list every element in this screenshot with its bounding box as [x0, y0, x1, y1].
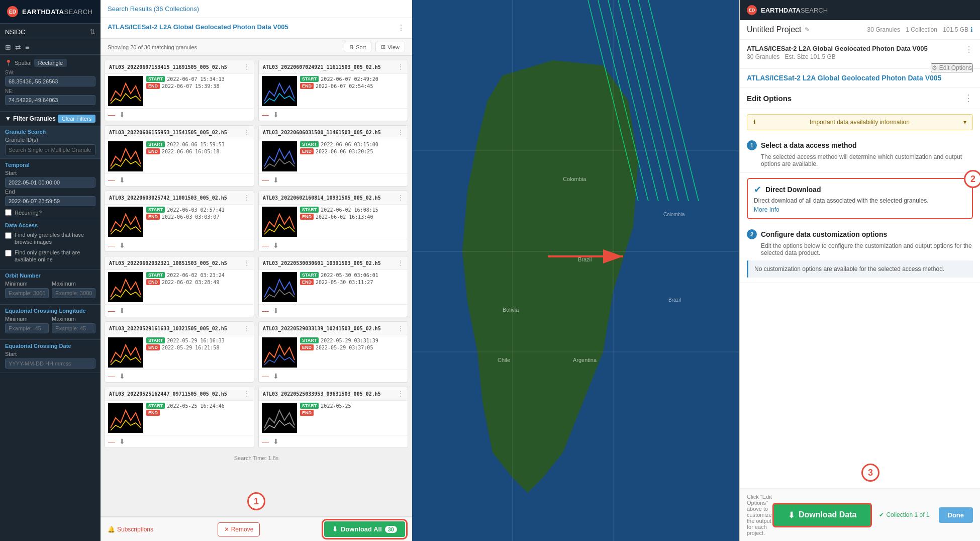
info-banner-expand-icon[interactable]: ▾	[963, 119, 966, 126]
subscriptions-button[interactable]: 🔔 Subscriptions	[108, 526, 153, 533]
right-panel: ED EARTHDATASEARCH Untitled Project ✎ 30…	[739, 0, 980, 541]
granule-menu-icon[interactable]: ⋮	[244, 325, 250, 332]
granule-remove-icon[interactable]: —	[108, 437, 115, 445]
granule-card[interactable]: ATL03_20220603025742_11001503_005_02.h5 …	[105, 191, 254, 252]
available-online-checkbox[interactable]	[5, 250, 12, 256]
granule-card[interactable]: ATL03_20220530030601_10391503_005_02.h5 …	[258, 256, 408, 317]
clear-filters-button[interactable]: Clear Filters	[58, 115, 95, 123]
collection-menu-icon[interactable]: ⋮	[397, 23, 405, 33]
granule-menu-icon[interactable]: ⋮	[398, 194, 404, 201]
eq-max-input[interactable]	[52, 323, 95, 333]
granule-download-icon[interactable]: ⬇	[273, 241, 279, 249]
granule-remove-icon[interactable]: —	[262, 372, 269, 380]
coll-block-menu-icon[interactable]: ⋮	[965, 45, 973, 54]
granule-menu-icon[interactable]: ⋮	[398, 325, 404, 332]
toolbar-swap-icon[interactable]: ⇄	[15, 43, 21, 51]
granule-download-icon[interactable]: ⬇	[119, 176, 125, 184]
change-provider-icon[interactable]: ⇅	[89, 28, 95, 36]
orbit-max-label: Maximum	[52, 281, 95, 287]
granule-card[interactable]: ATL03_20220606031500_11461503_005_02.h5 …	[258, 125, 408, 187]
eq-crossing-title: Equatorial Crossing Longitude	[5, 308, 95, 314]
granule-card[interactable]: ATL03_20220602160814_10931505_005_02.h5 …	[258, 191, 408, 252]
download-all-button[interactable]: ⬇ Download All 30	[324, 521, 405, 537]
done-button[interactable]: Done	[939, 507, 973, 523]
granule-download-icon[interactable]: ⬇	[119, 372, 125, 380]
granule-menu-icon[interactable]: ⋮	[244, 259, 250, 266]
granule-remove-icon[interactable]: —	[108, 111, 115, 119]
granule-menu-icon[interactable]: ⋮	[244, 390, 250, 397]
granule-download-icon[interactable]: ⬇	[273, 372, 279, 380]
granule-menu-icon[interactable]: ⋮	[398, 63, 404, 70]
granule-menu-icon[interactable]: ⋮	[244, 129, 250, 136]
granule-download-icon[interactable]: ⬇	[273, 176, 279, 184]
granule-body: START 2022-06-03 02:57:41 END 2022-06-03…	[105, 205, 254, 239]
toolbar-grid-icon[interactable]: ⊞	[5, 43, 11, 51]
left-sidebar: ED EARTHDATASEARCH NSIDC ⇅ ⊞ ⇄ ≡ 📍 Spati…	[0, 0, 101, 541]
granule-download-icon[interactable]: ⬇	[119, 111, 125, 119]
granule-card[interactable]: ATL03_20220525033953_09631503_005_02.h5 …	[258, 387, 408, 448]
project-edit-icon[interactable]: ✎	[805, 26, 810, 33]
spatial-type-badge[interactable]: Rectangle	[34, 59, 67, 67]
more-info-link[interactable]: More Info	[754, 206, 779, 213]
granule-card[interactable]: ATL03_20220525162447_09711505_005_02.h5 …	[105, 387, 254, 448]
edit-options-button[interactable]: ⚙ Edit Options	[931, 63, 973, 72]
sort-button[interactable]: ⇅ Sort	[344, 42, 371, 52]
granule-download-icon[interactable]: ⬇	[273, 307, 279, 315]
download-data-button[interactable]: ⬇ Download Data	[772, 503, 872, 527]
view-button[interactable]: ⊞ View	[375, 42, 405, 52]
granule-download-icon[interactable]: ⬇	[119, 241, 125, 249]
eq-min-input[interactable]	[5, 323, 49, 333]
granule-menu-icon[interactable]: ⋮	[244, 63, 250, 70]
recurring-checkbox[interactable]	[5, 209, 12, 216]
search-results-link[interactable]: Search Results (36 Collections)	[108, 5, 199, 13]
granule-download-icon[interactable]: ⬇	[119, 307, 125, 315]
granule-download-icon[interactable]: ⬇	[273, 437, 279, 445]
granule-name: ATL03_20220602160814_10931505_005_02.h5	[263, 195, 381, 201]
granule-remove-icon[interactable]: —	[262, 437, 269, 445]
granule-menu-icon[interactable]: ⋮	[398, 129, 404, 136]
granule-card[interactable]: ATL03_20220607024921_11611503_005_02.h5 …	[258, 60, 408, 121]
orbit-max-input[interactable]	[52, 288, 95, 298]
end-badge: END	[300, 410, 314, 416]
granule-remove-icon[interactable]: —	[262, 176, 269, 184]
granule-remove-icon[interactable]: —	[262, 241, 269, 249]
info-icon: ℹ	[970, 26, 973, 33]
more-options-icon[interactable]: ⋮	[964, 93, 973, 104]
granule-card[interactable]: ATL03_20220529033139_10241503_005_02.h5 …	[258, 321, 408, 383]
sw-coord-row: SW:	[5, 70, 95, 86]
granule-remove-icon[interactable]: —	[108, 372, 115, 380]
granule-card[interactable]: ATL03_20220606155953_11541505_005_02.h5 …	[105, 125, 254, 187]
start-badge: START	[300, 76, 319, 82]
browse-images-checkbox[interactable]	[5, 232, 12, 239]
remove-button[interactable]: ✕ Remove	[218, 522, 260, 536]
granule-remove-icon[interactable]: —	[108, 176, 115, 184]
direct-download-card[interactable]: 2 ✔ Direct Download Direct download of a…	[747, 178, 973, 219]
eq-date-start-input[interactable]	[5, 358, 95, 369]
end-date-input[interactable]	[5, 196, 95, 206]
granule-card[interactable]: ATL03_20220602032321_10851503_005_02.h5 …	[105, 256, 254, 317]
granule-menu-icon[interactable]: ⋮	[244, 194, 250, 201]
sw-input[interactable]	[5, 76, 95, 86]
granule-download-icon[interactable]: ⬇	[273, 111, 279, 119]
granule-menu-icon[interactable]: ⋮	[398, 259, 404, 266]
granule-remove-icon[interactable]: —	[262, 307, 269, 315]
granule-download-icon[interactable]: ⬇	[119, 437, 125, 445]
footer-right: ✔ Collection 1 of 1 Done	[879, 507, 973, 523]
ne-input[interactable]	[5, 95, 95, 105]
granule-body: START 2022-05-29 03:31:39 END 2022-05-29…	[259, 335, 408, 370]
granule-ids-input[interactable]	[5, 144, 95, 155]
step2-title-row: 2 Configure data customization options	[747, 229, 973, 239]
collection-title[interactable]: ATLAS/ICESat-2 L2A Global Geolocated Pho…	[108, 23, 288, 31]
granule-end-row: END 2022-06-02 03:28:49	[146, 279, 251, 285]
orbit-min-input[interactable]	[5, 288, 49, 298]
granule-remove-icon[interactable]: —	[262, 111, 269, 119]
granule-menu-icon[interactable]: ⋮	[398, 390, 404, 397]
granule-card[interactable]: ATL03_20220607153415_11691505_005_02.h5 …	[105, 60, 254, 121]
toolbar-menu-icon[interactable]: ≡	[25, 43, 29, 51]
granule-end-row: END 2022-06-07 15:39:38	[146, 83, 251, 89]
granule-remove-icon[interactable]: —	[108, 241, 115, 249]
right-content: Untitled Project ✎ 30 Granules 1 Collect…	[740, 20, 980, 488]
granule-remove-icon[interactable]: —	[108, 307, 115, 315]
start-date-input[interactable]	[5, 177, 95, 188]
granule-card[interactable]: ATL03_20220529161633_10321505_005_02.h5 …	[105, 321, 254, 383]
